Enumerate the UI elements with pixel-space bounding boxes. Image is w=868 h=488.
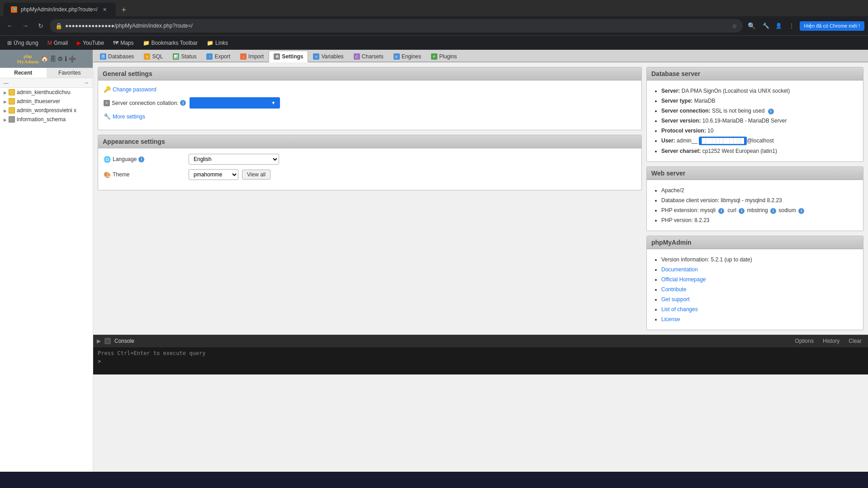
variables-nav-icon: V bbox=[313, 53, 319, 60]
documentation-item: Documentation bbox=[661, 265, 858, 275]
console-history-button[interactable]: History bbox=[820, 337, 842, 345]
tab-databases[interactable]: 🗄 Databases bbox=[95, 51, 139, 62]
curl-info-icon[interactable]: i bbox=[739, 208, 745, 214]
theme-select[interactable]: pmahomme bbox=[189, 169, 238, 180]
web-server-list: Apache/2 Database client version: libmys… bbox=[652, 185, 858, 225]
console-clear-button[interactable]: Clear bbox=[846, 337, 864, 345]
right-panel: Database server Server: DA PMA SignOn (L… bbox=[646, 67, 863, 330]
sodium-info-icon[interactable]: i bbox=[798, 208, 804, 214]
profile-icon[interactable]: 👤 bbox=[773, 20, 784, 31]
console-prompt[interactable]: > bbox=[98, 358, 863, 365]
mysqli-info-icon[interactable]: i bbox=[718, 208, 724, 214]
new-tab-button[interactable]: + bbox=[118, 4, 130, 16]
active-browser-tab[interactable]: 🐬 phpMyAdmin/index.php?route=/ ✕ bbox=[4, 3, 116, 16]
bookmark-bookmarks-toolbar[interactable]: 📁 Bookmarks Toolbar bbox=[139, 39, 202, 47]
tab-plugins[interactable]: P Plugins bbox=[426, 51, 462, 62]
chrome-update-button[interactable]: Hiện đã có Chrome mới ! bbox=[800, 21, 864, 31]
language-select[interactable]: English bbox=[189, 154, 279, 165]
documentation-link[interactable]: Documentation bbox=[661, 266, 698, 273]
server-info: Server: DA PMA SignOn (Localhost via UNI… bbox=[661, 86, 858, 96]
expand-icon[interactable]: ↔ bbox=[82, 79, 91, 86]
db-item-admin-kienthucdichvu[interactable]: admin_kienthucdichvu bbox=[0, 88, 93, 97]
tab-close-button[interactable]: ✕ bbox=[101, 6, 109, 13]
reload-button[interactable]: ↻ bbox=[34, 19, 47, 32]
language-info-icon[interactable]: i bbox=[138, 156, 144, 162]
view-all-themes-button[interactable]: View all bbox=[242, 170, 270, 180]
database-server-title: Database server bbox=[651, 70, 700, 77]
favorites-button[interactable]: Favorites bbox=[47, 68, 93, 78]
official-homepage-link[interactable]: Official Homepage bbox=[661, 276, 706, 283]
forward-button[interactable]: → bbox=[19, 19, 32, 32]
sidebar: php MyAdmin 🏠 🗄 ⚙ ℹ ➕ Recent Favorites —… bbox=[0, 50, 93, 472]
more-settings-row: 🔧 More settings bbox=[104, 113, 636, 120]
bookmark-gmail[interactable]: M Gmail bbox=[44, 39, 71, 47]
change-password-link[interactable]: 🔑 Change password bbox=[104, 86, 157, 93]
console-bar: ▶ ≡ Console Options History Clear bbox=[93, 335, 868, 347]
extension-icon[interactable]: 🔧 bbox=[761, 20, 772, 31]
ssl-info-icon[interactable]: i bbox=[768, 109, 774, 114]
zoom-icon[interactable]: 🔍 bbox=[745, 19, 758, 32]
star-icon[interactable]: ☆ bbox=[732, 23, 737, 29]
bookmark-youtube[interactable]: ▶ YouTube bbox=[73, 39, 108, 47]
more-settings-link[interactable]: 🔧 More settings bbox=[104, 113, 145, 120]
tab-favicon: 🐬 bbox=[11, 6, 17, 13]
tab-variables[interactable]: V Variables bbox=[308, 51, 348, 62]
expand-arrow-icon bbox=[4, 107, 7, 114]
database-list: admin_kienthucdichvu admin_thueserver ad… bbox=[0, 88, 93, 472]
collation-info-icon[interactable]: i bbox=[180, 100, 186, 106]
tab-export[interactable]: ↑ Export bbox=[201, 51, 235, 62]
tab-charsets[interactable]: C Charsets bbox=[349, 51, 389, 62]
address-bar[interactable]: 🔒 ●●●●●●●●●●●●●●●/phpMyAdmin/index.php?r… bbox=[50, 19, 743, 33]
apps-label: Ứng dụng bbox=[14, 40, 38, 46]
contribute-link[interactable]: Contribute bbox=[661, 286, 686, 293]
console-options-button[interactable]: Options bbox=[792, 337, 816, 345]
server-charset-info: Server charset: cp1252 West European (la… bbox=[661, 146, 858, 156]
console-input-area[interactable]: Press Ctrl+Enter to execute query > bbox=[93, 347, 868, 374]
bookmark-apps[interactable]: ⊞ Ứng dụng bbox=[4, 39, 42, 47]
tab-variables-label: Variables bbox=[321, 53, 343, 60]
tab-status[interactable]: 📊 Status bbox=[168, 51, 201, 62]
tab-sql[interactable]: S SQL bbox=[139, 51, 168, 62]
tab-engines[interactable]: E Engines bbox=[389, 51, 426, 62]
tab-import[interactable]: ↓ Import bbox=[235, 51, 269, 62]
license-link[interactable]: License bbox=[661, 316, 680, 322]
charsets-nav-icon: C bbox=[354, 53, 360, 60]
browser-tab-bar: 🐬 phpMyAdmin/index.php?route=/ ✕ + bbox=[0, 0, 868, 16]
list-of-changes-link[interactable]: List of changes bbox=[661, 306, 698, 313]
phpmyadmin-info-list: Version information: 5.2.1 (up to date) … bbox=[652, 255, 858, 324]
database-icon[interactable]: 🗄 bbox=[50, 55, 56, 62]
settings-icon[interactable]: ⚙ bbox=[57, 55, 63, 62]
collapse-all-button[interactable]: — bbox=[2, 79, 10, 86]
db-client-info: Database client version: libmysql - mysq… bbox=[661, 195, 858, 205]
db-item-admin-thueserver[interactable]: admin_thueserver bbox=[0, 97, 93, 106]
mbstring-info-icon[interactable]: i bbox=[770, 208, 776, 214]
collation-select-wrapper[interactable]: ▼ bbox=[190, 97, 280, 109]
user-badge: ████████████ bbox=[699, 137, 747, 145]
tab-plugins-label: Plugins bbox=[439, 53, 457, 60]
bookmark-maps[interactable]: 🗺 Maps bbox=[109, 39, 137, 47]
db-item-information-schema[interactable]: information_schema bbox=[0, 115, 93, 124]
page-wrapper: php MyAdmin 🏠 🗄 ⚙ ℹ ➕ Recent Favorites —… bbox=[0, 50, 868, 472]
add-icon[interactable]: ➕ bbox=[68, 55, 76, 62]
import-nav-icon: ↓ bbox=[240, 53, 247, 60]
db-item-admin-wordpressvietni[interactable]: admin_wordpressvietni x bbox=[0, 106, 93, 115]
recent-button[interactable]: Recent bbox=[0, 68, 47, 78]
appearance-settings-body: 🌐 Language i English 🎨 Theme bbox=[98, 148, 641, 190]
tab-databases-label: Databases bbox=[108, 53, 134, 60]
tab-settings-label: Settings bbox=[282, 53, 303, 60]
menu-icon[interactable]: ⋮ bbox=[786, 20, 797, 31]
theme-icon: 🎨 bbox=[104, 171, 111, 178]
content-area: 🗄 Databases S SQL 📊 Status ↑ Export ↓ Im… bbox=[93, 50, 868, 472]
php-extension-info: PHP extension: mysqli i curl i mbstring … bbox=[661, 205, 858, 215]
tab-settings[interactable]: ⚙ Settings bbox=[269, 51, 308, 62]
home-icon[interactable]: 🏠 bbox=[41, 55, 48, 62]
appearance-settings-header: Appearance settings bbox=[98, 135, 641, 148]
back-button[interactable]: ← bbox=[4, 19, 16, 32]
bookmark-links[interactable]: 📁 Links bbox=[203, 39, 232, 47]
info-icon[interactable]: ℹ bbox=[65, 55, 67, 62]
gmail-icon: M bbox=[47, 40, 52, 46]
appearance-settings-panel: Appearance settings 🌐 Language i English bbox=[98, 135, 642, 190]
get-support-link[interactable]: Get support bbox=[661, 296, 690, 303]
main-body: General settings 🔑 Change password ≡ bbox=[93, 62, 868, 335]
protocol-version-info: Protocol version: 10 bbox=[661, 126, 858, 136]
